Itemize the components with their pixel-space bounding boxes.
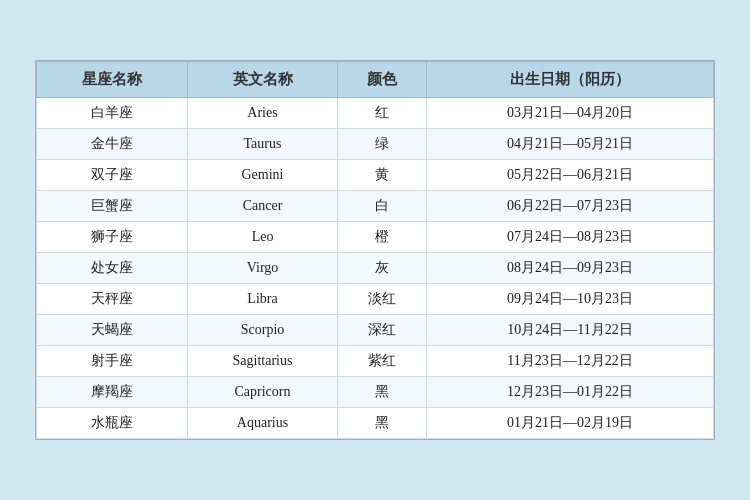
table-cell-2-0: 双子座 — [37, 160, 188, 191]
table-header-row: 星座名称英文名称颜色出生日期（阳历） — [37, 62, 714, 98]
table-cell-4-0: 狮子座 — [37, 222, 188, 253]
table-cell-1-2: 绿 — [338, 129, 427, 160]
zodiac-table-wrapper: 星座名称英文名称颜色出生日期（阳历） 白羊座Aries红03月21日—04月20… — [35, 60, 715, 440]
table-row: 处女座Virgo灰08月24日—09月23日 — [37, 253, 714, 284]
table-row: 射手座Sagittarius紫红11月23日—12月22日 — [37, 346, 714, 377]
table-cell-1-3: 04月21日—05月21日 — [427, 129, 714, 160]
table-cell-5-0: 处女座 — [37, 253, 188, 284]
table-body: 白羊座Aries红03月21日—04月20日金牛座Taurus绿04月21日—0… — [37, 98, 714, 439]
table-cell-0-3: 03月21日—04月20日 — [427, 98, 714, 129]
table-cell-4-2: 橙 — [338, 222, 427, 253]
table-cell-9-1: Capricorn — [187, 377, 338, 408]
table-cell-7-1: Scorpio — [187, 315, 338, 346]
table-cell-1-1: Taurus — [187, 129, 338, 160]
table-cell-9-2: 黑 — [338, 377, 427, 408]
table-row: 双子座Gemini黄05月22日—06月21日 — [37, 160, 714, 191]
table-cell-8-3: 11月23日—12月22日 — [427, 346, 714, 377]
table-row: 天秤座Libra淡红09月24日—10月23日 — [37, 284, 714, 315]
table-cell-1-0: 金牛座 — [37, 129, 188, 160]
table-row: 白羊座Aries红03月21日—04月20日 — [37, 98, 714, 129]
table-cell-2-2: 黄 — [338, 160, 427, 191]
table-cell-2-3: 05月22日—06月21日 — [427, 160, 714, 191]
table-cell-8-1: Sagittarius — [187, 346, 338, 377]
table-row: 巨蟹座Cancer白06月22日—07月23日 — [37, 191, 714, 222]
table-cell-5-1: Virgo — [187, 253, 338, 284]
table-cell-7-0: 天蝎座 — [37, 315, 188, 346]
table-cell-10-2: 黑 — [338, 408, 427, 439]
table-cell-8-2: 紫红 — [338, 346, 427, 377]
table-cell-9-0: 摩羯座 — [37, 377, 188, 408]
table-cell-3-2: 白 — [338, 191, 427, 222]
table-cell-0-1: Aries — [187, 98, 338, 129]
table-cell-0-0: 白羊座 — [37, 98, 188, 129]
table-cell-6-0: 天秤座 — [37, 284, 188, 315]
table-row: 天蝎座Scorpio深红10月24日—11月22日 — [37, 315, 714, 346]
column-header-0: 星座名称 — [37, 62, 188, 98]
column-header-1: 英文名称 — [187, 62, 338, 98]
column-header-2: 颜色 — [338, 62, 427, 98]
table-cell-5-3: 08月24日—09月23日 — [427, 253, 714, 284]
table-cell-0-2: 红 — [338, 98, 427, 129]
table-cell-4-3: 07月24日—08月23日 — [427, 222, 714, 253]
table-row: 摩羯座Capricorn黑12月23日—01月22日 — [37, 377, 714, 408]
zodiac-table: 星座名称英文名称颜色出生日期（阳历） 白羊座Aries红03月21日—04月20… — [36, 61, 714, 439]
table-row: 金牛座Taurus绿04月21日—05月21日 — [37, 129, 714, 160]
table-row: 水瓶座Aquarius黑01月21日—02月19日 — [37, 408, 714, 439]
table-cell-3-1: Cancer — [187, 191, 338, 222]
table-cell-2-1: Gemini — [187, 160, 338, 191]
table-cell-7-3: 10月24日—11月22日 — [427, 315, 714, 346]
table-cell-8-0: 射手座 — [37, 346, 188, 377]
table-cell-6-2: 淡红 — [338, 284, 427, 315]
column-header-3: 出生日期（阳历） — [427, 62, 714, 98]
table-cell-3-0: 巨蟹座 — [37, 191, 188, 222]
table-cell-10-3: 01月21日—02月19日 — [427, 408, 714, 439]
table-cell-4-1: Leo — [187, 222, 338, 253]
table-cell-5-2: 灰 — [338, 253, 427, 284]
table-cell-3-3: 06月22日—07月23日 — [427, 191, 714, 222]
table-row: 狮子座Leo橙07月24日—08月23日 — [37, 222, 714, 253]
table-cell-6-1: Libra — [187, 284, 338, 315]
table-cell-10-0: 水瓶座 — [37, 408, 188, 439]
table-cell-7-2: 深红 — [338, 315, 427, 346]
table-cell-6-3: 09月24日—10月23日 — [427, 284, 714, 315]
table-cell-9-3: 12月23日—01月22日 — [427, 377, 714, 408]
table-cell-10-1: Aquarius — [187, 408, 338, 439]
